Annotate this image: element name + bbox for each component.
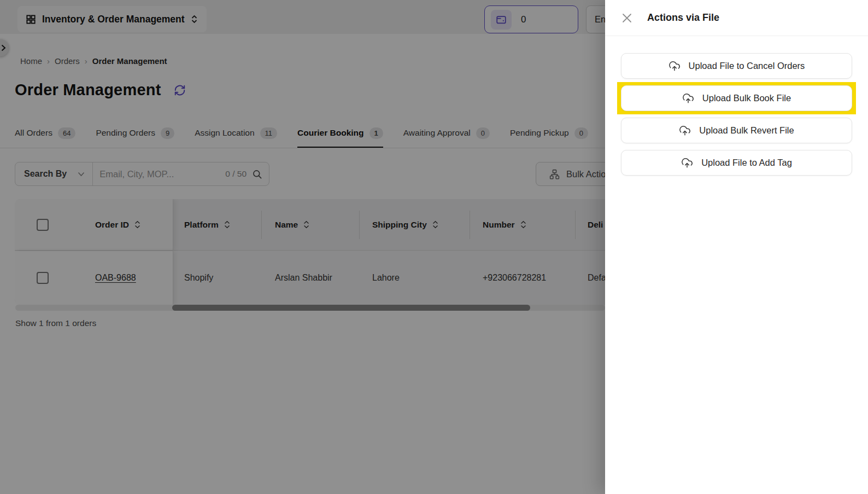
cloud-upload-icon [679,125,691,137]
drawer-title: Actions via File [647,12,719,24]
upload-cancel-orders-button[interactable]: Upload File to Cancel Orders [621,53,852,79]
actions-via-file-drawer: Actions via File Upload File to Cancel O… [605,0,868,494]
close-icon[interactable] [621,12,633,24]
highlight-outline: Upload Bulk Book File [617,82,856,114]
action-label: Upload Bulk Book File [702,93,791,103]
cloud-upload-icon [682,92,694,104]
upload-bulk-book-button[interactable]: Upload Bulk Book File [621,85,852,111]
action-label: Upload File to Add Tag [701,158,792,168]
upload-bulk-revert-button[interactable]: Upload Bulk Revert File [621,118,852,143]
action-label: Upload File to Cancel Orders [689,61,805,71]
drawer-header: Actions via File [605,0,868,36]
action-label: Upload Bulk Revert File [699,125,794,136]
upload-add-tag-button[interactable]: Upload File to Add Tag [621,150,852,176]
drawer-actions: Upload File to Cancel Orders Upload Bulk… [605,36,868,176]
cloud-upload-icon [681,157,693,169]
cloud-upload-icon [668,60,681,72]
